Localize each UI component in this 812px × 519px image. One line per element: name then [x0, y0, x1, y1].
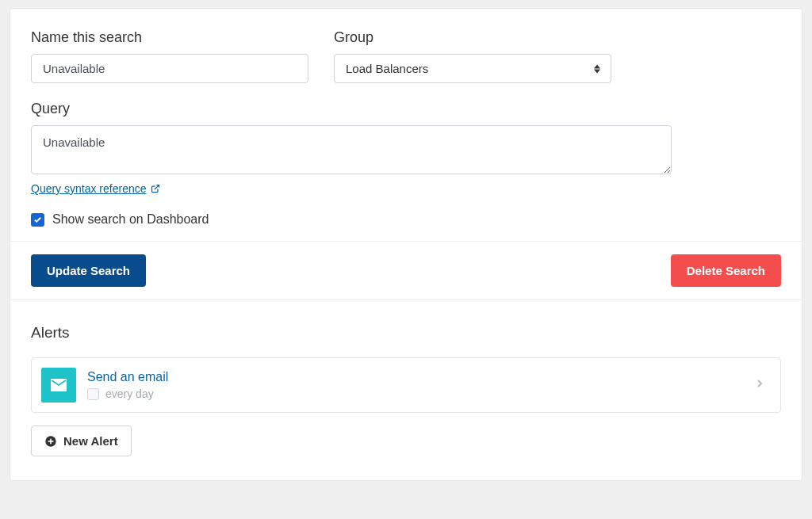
- alert-row[interactable]: Send an email every day: [31, 357, 781, 413]
- new-alert-label: New Alert: [63, 434, 118, 448]
- alert-sub-row: every day: [87, 387, 742, 400]
- check-icon: [33, 216, 42, 224]
- svg-line-0: [155, 185, 159, 190]
- alert-frequency-checkbox[interactable]: [87, 388, 99, 400]
- chevron-right-icon: [753, 377, 766, 393]
- alerts-section: Alerts Send an email every day: [10, 300, 802, 480]
- plus-circle-icon: [44, 435, 57, 448]
- name-field-group: Name this search: [31, 29, 308, 83]
- name-group-row: Name this search Group Load Balancers: [31, 29, 781, 83]
- alert-title: Send an email: [87, 370, 742, 384]
- delete-search-button[interactable]: Delete Search: [671, 254, 781, 287]
- alert-frequency: every day: [105, 387, 154, 400]
- external-link-icon: [151, 184, 160, 193]
- dashboard-checkbox[interactable]: [31, 213, 44, 227]
- alert-icon-box: [41, 368, 76, 403]
- new-alert-button[interactable]: New Alert: [31, 426, 132, 456]
- query-textarea[interactable]: Unavailable: [31, 125, 672, 174]
- dashboard-checkbox-row: Show search on Dashboard: [31, 212, 781, 227]
- name-label: Name this search: [31, 29, 308, 46]
- update-search-button[interactable]: Update Search: [31, 254, 146, 287]
- query-label: Query: [31, 101, 672, 117]
- group-field-group: Group Load Balancers: [334, 29, 611, 83]
- group-select-wrap: Load Balancers: [334, 54, 611, 83]
- dashboard-checkbox-label: Show search on Dashboard: [52, 212, 209, 227]
- form-section: Name this search Group Load Balancers Qu…: [10, 9, 802, 241]
- query-field-group: Query Unavailable Query syntax reference: [31, 101, 672, 195]
- syntax-link-text: Query syntax reference: [31, 182, 147, 195]
- search-config-card: Name this search Group Load Balancers Qu…: [10, 8, 802, 481]
- group-label: Group: [334, 29, 611, 46]
- name-input[interactable]: [31, 54, 308, 83]
- alert-text: Send an email every day: [87, 370, 742, 400]
- query-syntax-link[interactable]: Query syntax reference: [31, 182, 672, 195]
- mail-icon: [49, 376, 68, 395]
- group-select[interactable]: Load Balancers: [334, 54, 611, 83]
- alerts-heading: Alerts: [31, 324, 781, 342]
- actions-section: Update Search Delete Search: [10, 241, 802, 300]
